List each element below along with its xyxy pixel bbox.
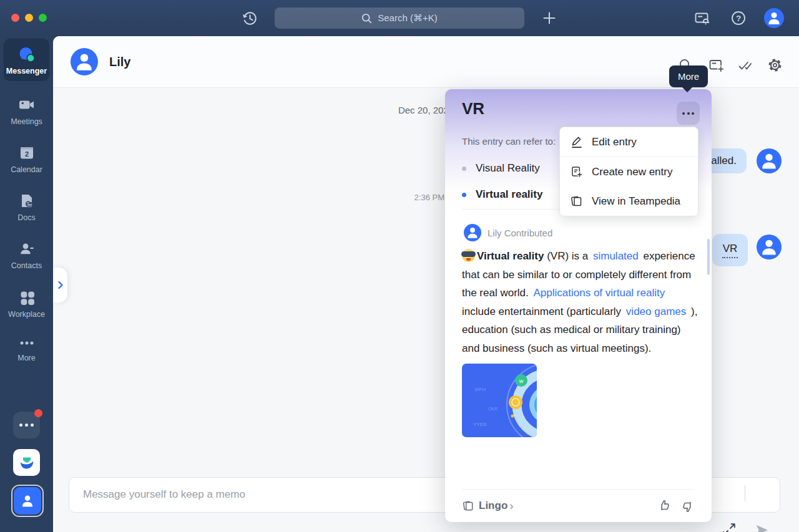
vr-goggles-emoji-icon: [462, 249, 475, 262]
message-avatar[interactable]: [757, 235, 782, 259]
message-avatar[interactable]: [757, 148, 782, 173]
meetings-icon: [17, 96, 36, 114]
bullet-icon: [462, 193, 466, 197]
svg-text:2: 2: [24, 150, 28, 158]
person-icon: [757, 235, 782, 259]
docs-icon: [18, 192, 36, 210]
lark-app-tile[interactable]: [13, 449, 40, 476]
sense-item-selected[interactable]: Virtual reality: [462, 184, 542, 205]
profile-avatar[interactable]: [764, 8, 784, 28]
thumbs-up-icon[interactable]: [657, 498, 672, 513]
teampedia-cards-icon: [570, 195, 583, 208]
menu-item-create-new-entry[interactable]: Create new entry: [560, 157, 698, 186]
popup-scrollbar[interactable]: [707, 239, 710, 275]
sidebar-item-meetings[interactable]: Meetings: [0, 96, 53, 126]
lingo-cards-icon: [462, 500, 474, 512]
sidebar-expand-handle[interactable]: [53, 268, 67, 302]
input-divider: [745, 485, 745, 501]
global-search-input[interactable]: Search (⌘+K): [275, 7, 524, 29]
input-placeholder: Message yourself to keep a memo: [83, 478, 245, 511]
sense-item[interactable]: Visual Reality: [462, 158, 540, 179]
menu-item-label: Create new entry: [592, 166, 672, 178]
sidebar-item-label: Messenger: [6, 67, 47, 75]
sidebar-item-label: Calendar: [0, 165, 53, 174]
svg-text:?: ?: [736, 14, 741, 23]
more-tooltip: More: [669, 65, 708, 87]
definition-link[interactable]: video games: [624, 306, 688, 317]
new-document-icon: [570, 165, 583, 178]
sidebar-item-more[interactable]: More: [0, 340, 53, 362]
send-icon[interactable]: [755, 523, 769, 532]
notification-badge: [34, 409, 42, 417]
sidebar-item-label: More: [0, 354, 53, 362]
menu-item-edit-entry[interactable]: Edit entry: [560, 127, 698, 157]
new-chat-plus-icon[interactable]: [542, 11, 557, 26]
svg-text:YYDS: YYDS: [473, 422, 487, 427]
contributor-avatar[interactable]: [464, 224, 481, 241]
sidebar-item-docs[interactable]: Docs: [0, 192, 53, 222]
menu-item-view-in-teampedia[interactable]: View in Teampedia: [560, 186, 698, 216]
definition-bold-term: Virtual reality: [477, 250, 544, 262]
contacts-icon: [18, 240, 36, 258]
help-icon[interactable]: ?: [731, 11, 746, 26]
sense-label: Visual Reality: [476, 162, 540, 175]
add-members-icon[interactable]: [708, 57, 723, 73]
svg-text:WFH: WFH: [474, 387, 486, 392]
lark-logo-icon: [17, 453, 36, 472]
more-dots-icon: [18, 340, 36, 346]
sidebar-item-messenger[interactable]: Messenger: [4, 39, 49, 81]
chat-title: Lily: [109, 36, 130, 87]
message-bubble-vr[interactable]: VR: [712, 234, 748, 266]
edit-pencil-icon: [570, 135, 583, 148]
search-placeholder: Search (⌘+K): [378, 12, 437, 24]
pinned-apps-tile[interactable]: [13, 412, 40, 438]
bullet-icon: [462, 167, 466, 171]
person-icon: [71, 48, 98, 75]
tooltip-label: More: [678, 71, 699, 82]
chevron-right-icon: [57, 281, 64, 289]
tasks-check-icon[interactable]: [737, 57, 753, 73]
app-sidebar: Messenger Meetings 2 Calendar: [0, 36, 53, 532]
sidebar-item-calendar[interactable]: 2 Calendar: [0, 144, 53, 174]
menu-item-label: View in Teampedia: [592, 195, 680, 208]
definition-link[interactable]: simulated: [591, 250, 640, 262]
search-icon: [361, 13, 372, 24]
svg-text:OKR: OKR: [488, 407, 498, 411]
traffic-zoom-button[interactable]: [39, 14, 47, 22]
person-icon: [464, 224, 481, 241]
expand-editor-icon[interactable]: [722, 523, 736, 532]
chat-avatar[interactable]: [71, 48, 98, 75]
entry-more-button[interactable]: [677, 102, 700, 125]
top-bar: Search (⌘+K) ?: [0, 0, 799, 36]
settings-gear-icon[interactable]: [767, 57, 783, 73]
traffic-close-button[interactable]: [11, 14, 19, 22]
popup-footer: Lingo ›: [445, 490, 712, 522]
menu-item-label: Edit entry: [592, 136, 637, 148]
entry-definition: Virtual reality (VR) is a simulated expe…: [462, 247, 699, 357]
workplace-icon: [18, 289, 36, 306]
calendar-icon: 2: [18, 144, 36, 162]
entry-image-thumbnail[interactable]: w WFH OKR YYDS: [462, 364, 537, 437]
app-window: Search (⌘+K) ?: [0, 0, 799, 532]
person-icon: [757, 148, 782, 173]
thumbs-down-icon[interactable]: [680, 500, 695, 514]
lingo-source-link[interactable]: Lingo ›: [462, 490, 514, 522]
contributor-label: Lily Contributed: [488, 228, 552, 238]
sidebar-item-workplace[interactable]: Workplace: [0, 289, 53, 319]
entry-title: VR: [462, 99, 484, 118]
person-icon: [18, 491, 37, 510]
history-icon[interactable]: [241, 9, 258, 27]
definition-link[interactable]: Applications of virtual reality: [532, 287, 667, 299]
sidebar-item-contacts[interactable]: Contacts: [0, 240, 53, 270]
person-icon: [764, 8, 784, 28]
sidebar-item-label: Meetings: [0, 117, 53, 126]
my-avatar-tile[interactable]: [11, 485, 44, 517]
svg-text:w: w: [519, 378, 524, 384]
traffic-minimize-button[interactable]: [25, 14, 33, 22]
lingo-highlighted-term[interactable]: VR: [722, 243, 738, 258]
sidebar-item-label: Docs: [0, 213, 53, 222]
entry-more-menu: Edit entry Create new entry View in Team…: [559, 127, 699, 216]
lingo-source-label: Lingo: [479, 500, 507, 512]
announcements-icon[interactable]: [693, 9, 710, 27]
chevron-right-icon: ›: [509, 499, 513, 513]
